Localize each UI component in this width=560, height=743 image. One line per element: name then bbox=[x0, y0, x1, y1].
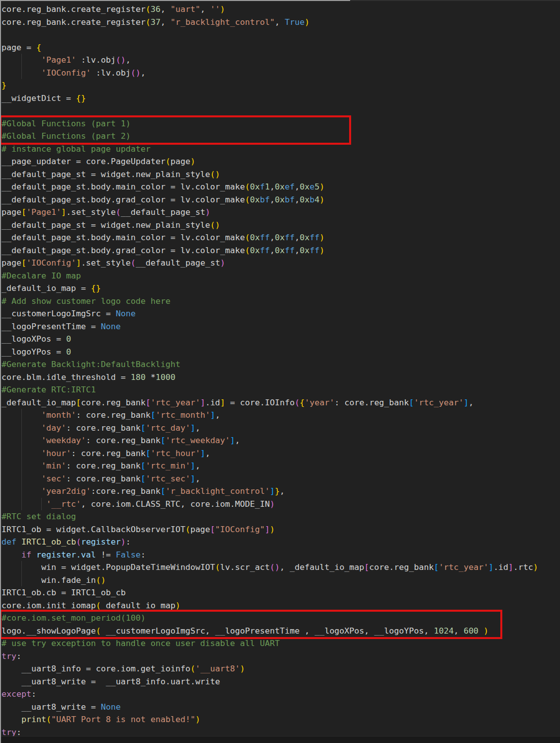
indent-guide bbox=[21, 434, 22, 447]
code-token: ( bbox=[146, 17, 151, 27]
code-token: "r_backlight_control" bbox=[171, 17, 275, 27]
code-token: : core.reg_bank bbox=[334, 398, 409, 407]
code-token: True bbox=[284, 17, 304, 27]
code-line: logo.__showLogoPage( __customerLogoImgSr… bbox=[1, 625, 500, 638]
code-line bbox=[1, 28, 560, 41]
indent-guide bbox=[21, 67, 22, 80]
code-token: ) bbox=[220, 258, 225, 268]
code-token: , bbox=[235, 436, 240, 445]
code-token: page bbox=[190, 525, 210, 534]
code-token: () bbox=[96, 575, 106, 585]
code-token: IRTC1_ob.cb = IRTC1_ob_cb bbox=[1, 588, 126, 597]
code-token: f bbox=[260, 182, 265, 191]
code-token: core.iom.init_iomap bbox=[1, 601, 96, 610]
code-token: _default_io_map bbox=[101, 601, 176, 610]
code-token: def bbox=[1, 537, 16, 547]
code-line: __default_page_st = widget.new_plain_sty… bbox=[1, 168, 560, 181]
indent-guide bbox=[21, 422, 22, 435]
code-token: f bbox=[285, 233, 290, 242]
code-token: ] bbox=[190, 423, 195, 433]
code-token: x bbox=[255, 182, 260, 191]
code-line: #Generate Backlight:DefaultBacklight bbox=[1, 358, 560, 371]
code-token: 'Page1' bbox=[41, 55, 76, 65]
code-token: x bbox=[255, 233, 260, 242]
code-line: __uart8_write = __uart8_info.uart.write bbox=[1, 675, 560, 688]
code-token: , bbox=[205, 449, 210, 458]
indent-guide bbox=[21, 409, 22, 422]
code-token: : bbox=[16, 728, 21, 737]
code-token: f bbox=[310, 246, 315, 255]
code-token: ] bbox=[464, 398, 468, 407]
code-token: 'sec' bbox=[41, 474, 66, 483]
code-line: #Global Functions (part 2) bbox=[1, 130, 349, 143]
code-line: 'day': core.reg_bank['rtc_day'], bbox=[1, 422, 560, 435]
code-token: "UART Port 8 is not enabled!" bbox=[51, 715, 195, 724]
code-token: f bbox=[260, 246, 265, 255]
code-token: ) bbox=[121, 537, 126, 547]
code-token bbox=[31, 550, 36, 559]
code-token: : core.reg_bank bbox=[86, 436, 161, 445]
code-line: page = { bbox=[1, 41, 560, 54]
code-line: IRTC1_ob.cb = IRTC1_ob_cb bbox=[1, 586, 560, 599]
code-line: IRTC1_ob = widget.CallbackObserverIOT(pa… bbox=[1, 523, 560, 536]
code-token: core.reg_bank bbox=[369, 562, 434, 572]
code-line: 'weekday': core.reg_bank['rtc_weekday'], bbox=[1, 434, 560, 447]
code-token: core.blm.idle_threshold = bbox=[1, 372, 131, 382]
code-token: # Add show customer logo code here bbox=[1, 296, 171, 306]
code-token: , bbox=[295, 246, 300, 255]
code-editor-screenshot: { "window": { "background": "#212121", "… bbox=[0, 0, 560, 743]
code-token: # instance global page updater bbox=[1, 144, 151, 154]
code-token: ] bbox=[270, 486, 275, 496]
code-token: ( bbox=[245, 182, 250, 191]
code-token: [ bbox=[21, 258, 26, 268]
code-token: 'IOConfig' bbox=[26, 258, 76, 268]
code-token: 'Page1' bbox=[26, 207, 61, 217]
code-line: core.reg_bank.create_register(36, "uart"… bbox=[1, 3, 560, 16]
code-token: win.fade_in bbox=[41, 575, 96, 585]
code-token: x bbox=[280, 246, 285, 255]
code-token: , bbox=[295, 182, 300, 191]
code-token: 0 bbox=[300, 233, 305, 242]
code-token: :core.reg_bank bbox=[91, 486, 161, 496]
code-token: [ bbox=[21, 207, 26, 217]
code-token: 0 bbox=[250, 195, 255, 204]
code-token: { bbox=[300, 398, 305, 407]
code-token: 'year2dig' bbox=[41, 486, 91, 496]
code-token: ( bbox=[131, 258, 136, 268]
code-token bbox=[478, 626, 483, 636]
code-line: page['IOConfig'].set_style(__default_pag… bbox=[1, 257, 560, 270]
code-token: , bbox=[195, 423, 200, 433]
code-line: #RTC set dialog bbox=[1, 510, 560, 523]
code-line: # use try exception to handle once user … bbox=[1, 637, 560, 650]
code-token: try bbox=[1, 728, 16, 737]
code-token: core.reg_bank.create_register bbox=[1, 17, 146, 27]
code-line bbox=[1, 104, 560, 117]
code-line: #Global Functions (part 1) bbox=[1, 117, 349, 130]
code-token: ] bbox=[230, 436, 235, 445]
code-token: __customerLogoImgSrc = bbox=[1, 309, 116, 318]
editor-bottom-strip bbox=[0, 736, 560, 743]
code-token: e bbox=[310, 182, 315, 191]
code-line: def IRTC1_ob_cb(register): bbox=[1, 536, 560, 549]
code-token: () bbox=[116, 55, 126, 65]
code-token: x bbox=[280, 182, 285, 191]
code-token: : core.reg_bank bbox=[66, 474, 141, 483]
code-token: ( bbox=[96, 626, 101, 636]
code-token: , bbox=[195, 461, 200, 470]
code-token: : core.reg_bank bbox=[76, 410, 151, 420]
code-line: __default_page_st = widget.new_plain_sty… bbox=[1, 219, 560, 232]
code-token: win = widget.PopupDateTimeWindowIOT bbox=[41, 562, 215, 572]
code-token: 1 bbox=[265, 182, 270, 191]
code-token: ] bbox=[488, 562, 493, 572]
code-editor[interactable]: core.reg_bank.create_register(36, "uart"… bbox=[0, 0, 560, 743]
code-token: 'rtc_year' bbox=[414, 398, 464, 407]
code-token: core.reg_bank bbox=[81, 398, 146, 407]
code-token: , bbox=[161, 4, 171, 14]
code-line: win = widget.PopupDateTimeWindowIOT(lv.s… bbox=[1, 561, 560, 574]
code-token: ( bbox=[146, 4, 151, 14]
code-token: : bbox=[16, 651, 21, 661]
code-token: f bbox=[265, 195, 270, 204]
code-token: ) bbox=[533, 562, 538, 572]
code-token: [ bbox=[151, 410, 156, 420]
code-token: , bbox=[270, 233, 275, 242]
